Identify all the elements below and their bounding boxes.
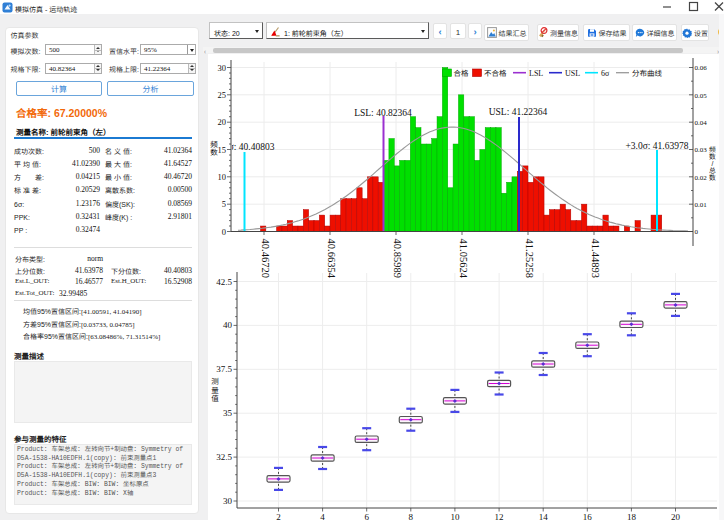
svg-text:25: 25 bbox=[218, 90, 227, 100]
svg-text:测量值: 测量值 bbox=[211, 375, 219, 403]
svg-text:40.46720: 40.46720 bbox=[260, 239, 271, 278]
svg-text:0.06: 0.06 bbox=[695, 64, 708, 72]
svg-text:合格: 合格 bbox=[454, 67, 469, 78]
svg-text:0: 0 bbox=[695, 228, 699, 236]
svg-text:LSL: 40.82364: LSL: 40.82364 bbox=[354, 108, 412, 118]
svg-text:35: 35 bbox=[223, 408, 233, 418]
svg-text:20: 20 bbox=[218, 117, 227, 127]
svg-text:41.44893: 41.44893 bbox=[590, 239, 601, 278]
svg-text:不合格: 不合格 bbox=[484, 67, 507, 78]
svg-text:0.03: 0.03 bbox=[695, 146, 708, 154]
svg-text:30: 30 bbox=[223, 496, 233, 506]
svg-text:+3.0σ: 41.63978: +3.0σ: 41.63978 bbox=[626, 141, 689, 151]
svg-text:16: 16 bbox=[583, 512, 593, 520]
svg-text:4: 4 bbox=[320, 512, 325, 520]
svg-text:频数/总数: 频数/总数 bbox=[709, 144, 716, 182]
svg-text:41.05624: 41.05624 bbox=[458, 239, 469, 279]
svg-text:USL: USL bbox=[565, 69, 580, 78]
svg-text:40.66354: 40.66354 bbox=[326, 239, 337, 279]
svg-text:5: 5 bbox=[222, 199, 226, 209]
svg-text:0.02: 0.02 bbox=[695, 174, 708, 182]
svg-text:18: 18 bbox=[627, 512, 637, 520]
svg-text:10: 10 bbox=[218, 172, 227, 182]
svg-text:40: 40 bbox=[223, 320, 233, 330]
svg-text:8: 8 bbox=[409, 512, 414, 520]
svg-text:15: 15 bbox=[218, 145, 227, 155]
svg-text:6σ: 6σ bbox=[601, 69, 610, 78]
svg-text:USL: 41.22364: USL: 41.22364 bbox=[489, 107, 548, 117]
svg-text:0: 0 bbox=[222, 227, 226, 237]
svg-text:LSL: LSL bbox=[529, 69, 543, 78]
svg-text:2: 2 bbox=[276, 512, 281, 520]
svg-text:40.85989: 40.85989 bbox=[392, 239, 403, 278]
svg-text:14: 14 bbox=[539, 512, 549, 520]
svg-text:频数: 频数 bbox=[210, 138, 218, 157]
svg-text:30: 30 bbox=[218, 63, 227, 73]
svg-text:20: 20 bbox=[671, 512, 681, 520]
svg-text:42.5: 42.5 bbox=[216, 277, 232, 287]
svg-text:分布曲线: 分布曲线 bbox=[632, 67, 662, 78]
svg-text:12: 12 bbox=[495, 512, 504, 520]
svg-text:41.25258: 41.25258 bbox=[524, 239, 535, 278]
svg-text:6: 6 bbox=[364, 512, 369, 520]
svg-text:32.5: 32.5 bbox=[216, 452, 232, 462]
svg-text:37.5: 37.5 bbox=[216, 364, 232, 374]
svg-text:0.01: 0.01 bbox=[695, 201, 708, 209]
svg-text:0.04: 0.04 bbox=[695, 119, 708, 127]
svg-text:0.05: 0.05 bbox=[695, 92, 708, 100]
svg-text:10: 10 bbox=[450, 512, 460, 520]
